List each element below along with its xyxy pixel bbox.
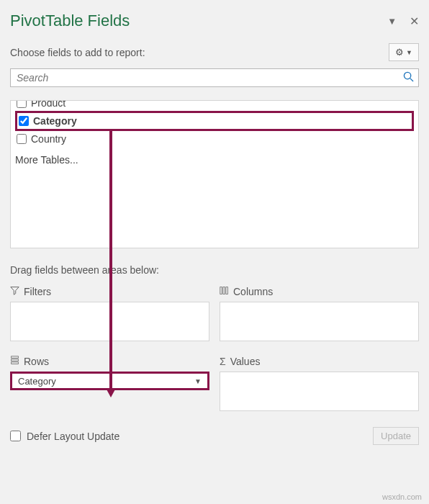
header-controls: ▼ ✕ bbox=[387, 14, 419, 28]
area-label: Rows bbox=[24, 356, 49, 367]
svg-rect-5 bbox=[12, 356, 19, 358]
more-tables-link[interactable]: More Tables... bbox=[15, 154, 414, 166]
svg-rect-3 bbox=[223, 287, 225, 294]
area-label: Filters bbox=[24, 286, 51, 297]
rows-area[interactable]: Rows Category ▼ bbox=[10, 356, 209, 411]
minimize-icon[interactable]: ▼ bbox=[387, 16, 397, 27]
svg-point-0 bbox=[404, 72, 410, 78]
field-checkbox-product[interactable] bbox=[17, 100, 27, 108]
svg-line-1 bbox=[410, 78, 413, 81]
subheader: Choose fields to add to report: ⚙ ▼ bbox=[10, 43, 419, 61]
filters-area[interactable]: Filters bbox=[10, 286, 209, 341]
sigma-icon: Σ bbox=[220, 356, 226, 367]
areas-grid: Filters Columns Rows Category ▼ Σ Values bbox=[10, 286, 419, 411]
values-drop-zone[interactable] bbox=[220, 372, 419, 411]
defer-layout-checkbox[interactable]: Defer Layout Update bbox=[10, 431, 119, 442]
field-label: Country bbox=[31, 133, 66, 145]
pane-header: PivotTable Fields ▼ ✕ bbox=[10, 12, 419, 30]
filters-drop-zone[interactable] bbox=[10, 302, 209, 341]
search-box[interactable] bbox=[10, 68, 419, 87]
columns-drop-zone[interactable] bbox=[220, 302, 419, 341]
svg-rect-2 bbox=[220, 287, 222, 294]
drag-instruction: Drag fields between areas below: bbox=[10, 264, 419, 276]
footer: Defer Layout Update Update bbox=[10, 427, 419, 445]
defer-checkbox-input[interactable] bbox=[10, 431, 21, 441]
search-input[interactable] bbox=[11, 72, 399, 84]
gear-icon: ⚙ bbox=[395, 47, 404, 58]
area-label: Values bbox=[230, 356, 261, 367]
field-label: Category bbox=[33, 115, 77, 127]
row-field-label: Category bbox=[18, 376, 56, 387]
svg-rect-6 bbox=[12, 359, 19, 361]
columns-area[interactable]: Columns bbox=[220, 286, 419, 341]
svg-rect-4 bbox=[226, 287, 227, 294]
close-icon[interactable]: ✕ bbox=[410, 14, 419, 28]
search-icon[interactable] bbox=[399, 71, 418, 85]
filters-header: Filters bbox=[10, 286, 209, 297]
field-item-country[interactable]: Country bbox=[15, 131, 414, 147]
subheader-text: Choose fields to add to report: bbox=[10, 47, 145, 58]
field-checkbox-country[interactable] bbox=[17, 134, 27, 144]
annotation-arrow-head bbox=[106, 388, 116, 397]
tools-button[interactable]: ⚙ ▼ bbox=[389, 43, 419, 61]
values-header: Σ Values bbox=[220, 356, 419, 367]
svg-rect-7 bbox=[12, 362, 19, 364]
rows-icon bbox=[10, 356, 19, 367]
field-list: Product Category Country More Tables... bbox=[10, 100, 419, 248]
field-item-category[interactable]: Category bbox=[15, 111, 414, 131]
update-button[interactable]: Update bbox=[373, 427, 419, 445]
columns-header: Columns bbox=[220, 286, 419, 297]
field-checkbox-category[interactable] bbox=[19, 116, 29, 126]
watermark: wsxdn.com bbox=[382, 492, 422, 501]
rows-header: Rows bbox=[10, 356, 209, 367]
field-item-product[interactable]: Product bbox=[15, 100, 414, 111]
columns-icon bbox=[220, 286, 229, 297]
field-label: Product bbox=[31, 100, 66, 109]
area-label: Columns bbox=[233, 286, 273, 297]
chevron-down-icon: ▼ bbox=[406, 49, 412, 56]
chevron-down-icon[interactable]: ▼ bbox=[194, 377, 202, 385]
values-area[interactable]: Σ Values bbox=[220, 356, 419, 411]
filter-icon bbox=[10, 286, 19, 297]
pane-title: PivotTable Fields bbox=[10, 12, 130, 30]
defer-label: Defer Layout Update bbox=[27, 431, 119, 442]
